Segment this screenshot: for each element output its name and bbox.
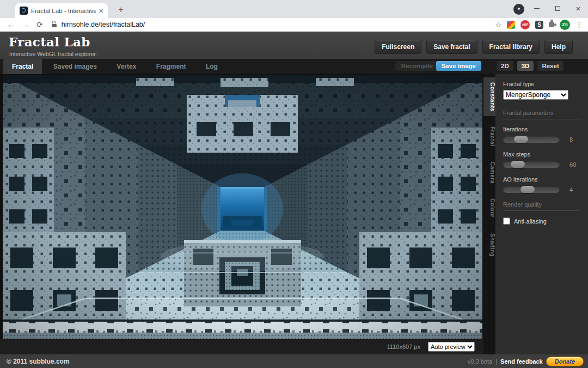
page-title: Fractal Lab xyxy=(9,34,90,49)
fractal-type-select[interactable]: MengerSponge xyxy=(503,90,568,100)
app-header: Fractal Lab Interactive WebGL fractal ex… xyxy=(0,32,588,59)
ao-iterations-label: AO iterations xyxy=(503,176,588,183)
fractal-canvas[interactable]: 1110x607 px Auto preview xyxy=(0,74,483,354)
ao-iterations-slider[interactable] xyxy=(503,186,560,193)
extensions-puzzle-icon[interactable] xyxy=(549,22,554,27)
reset-button[interactable]: Reset xyxy=(537,61,563,71)
tab-saved-images[interactable]: Saved images xyxy=(45,59,106,74)
mode-2d-button[interactable]: 2D xyxy=(497,61,513,71)
media-control-icon[interactable]: ▾ xyxy=(513,4,524,15)
fractal-type-label: Fractal type xyxy=(503,81,588,87)
close-icon: × xyxy=(576,4,581,13)
max-steps-value: 60 xyxy=(569,161,576,168)
tab-log[interactable]: Log xyxy=(197,59,226,74)
iterations-slider-handle[interactable] xyxy=(514,136,528,143)
iterations-value: 8 xyxy=(569,136,573,143)
ao-iterations-value: 4 xyxy=(569,186,573,193)
maximize-icon xyxy=(555,6,560,11)
save-fractal-button[interactable]: Save fractal xyxy=(426,40,477,54)
iterations-control: Iterations 8 xyxy=(503,126,588,144)
mode-3d-button[interactable]: 3D xyxy=(517,61,534,71)
side-tab-camera[interactable]: Camera xyxy=(483,157,495,189)
recompile-button[interactable]: Recompile xyxy=(395,61,439,71)
antialiasing-label: Anti-aliasing xyxy=(514,218,547,225)
antialiasing-checkbox[interactable] xyxy=(503,218,510,225)
browser-menu-icon[interactable]: ⋮ xyxy=(575,21,583,29)
browser-tab[interactable]: Fractal Lab - Interactive WebGL F × xyxy=(15,3,108,18)
settings-panel: Fractal type MengerSponge Fractal parame… xyxy=(495,74,588,354)
browser-tab-title: Fractal Lab - Interactive WebGL F xyxy=(31,8,96,14)
browser-toolbar: ← → ⟳ hirnsohle.de/test/fractalLab/ ☆ AB… xyxy=(0,18,588,32)
iterations-slider[interactable] xyxy=(503,136,560,143)
ao-iterations-control: AO iterations 4 xyxy=(503,176,588,194)
max-steps-slider-handle[interactable] xyxy=(511,161,525,168)
resolution-readout: 1110x607 px xyxy=(387,343,420,350)
extension-s-icon[interactable]: S xyxy=(535,21,543,29)
copyright-text: © 2011 subblue.com xyxy=(7,358,70,365)
profile-avatar[interactable]: Zs xyxy=(560,20,570,30)
ao-iterations-slider-handle[interactable] xyxy=(520,186,535,193)
new-tab-button[interactable]: + xyxy=(114,3,127,16)
max-steps-label: Max steps xyxy=(503,151,588,158)
fractal-library-button[interactable]: Fractal library xyxy=(482,40,540,54)
iterations-label: Iterations xyxy=(503,126,588,132)
fractal-parameters-heading: Fractal parameters xyxy=(503,110,580,119)
render-quality-heading: Render quality xyxy=(503,201,580,211)
preview-mode-select[interactable]: Auto preview xyxy=(428,342,475,352)
page-subtitle: Interactive WebGL fractal explorer. xyxy=(9,51,97,57)
window-maximize-button[interactable] xyxy=(548,0,567,16)
side-tab-colour[interactable]: Colour xyxy=(483,194,495,222)
side-tab-constants[interactable]: Constants xyxy=(483,77,495,116)
forward-icon[interactable]: → xyxy=(22,20,29,29)
footer-separator: | xyxy=(495,358,497,365)
bookmark-star-icon[interactable]: ☆ xyxy=(495,21,501,29)
tab-fractal[interactable]: Fractal xyxy=(3,59,42,74)
save-image-button[interactable]: Save image xyxy=(436,61,481,71)
canvas-status-bar: 1110x607 px Auto preview xyxy=(0,339,483,354)
reload-icon[interactable]: ⟳ xyxy=(36,20,43,29)
padlock-icon[interactable] xyxy=(52,22,57,27)
minimize-icon xyxy=(534,8,540,9)
antialiasing-control: Anti-aliasing xyxy=(503,218,588,225)
footer: © 2011 subblue.com v0.3 beta | Send feed… xyxy=(0,354,588,368)
max-steps-control: Max steps 60 xyxy=(503,151,588,169)
window-close-button[interactable]: × xyxy=(568,0,588,16)
back-icon[interactable]: ← xyxy=(7,20,15,29)
extension-abp-icon[interactable]: ABP xyxy=(520,20,530,29)
side-tab-shading[interactable]: Shading xyxy=(483,228,495,262)
fractal-lab-favicon xyxy=(20,7,28,15)
version-badge: v0.3 beta xyxy=(468,358,492,365)
app-window: Fractal Lab - Interactive WebGL F × + ▾ … xyxy=(0,0,588,368)
url-field[interactable]: hirnsohle.de/test/fractalLab/ xyxy=(62,21,145,28)
tab-close-icon[interactable]: × xyxy=(99,7,103,15)
side-tabstrip: Constants Fractal Camera Colour Shading xyxy=(483,74,495,354)
app-tabbar: Fractal Saved images Vertex Fragment Log… xyxy=(0,59,588,74)
side-tab-fractal[interactable]: Fractal xyxy=(483,122,495,151)
main-area: 1110x607 px Auto preview Constants Fract… xyxy=(0,74,588,354)
window-minimize-button[interactable] xyxy=(527,0,547,16)
max-steps-slider[interactable] xyxy=(503,161,560,168)
tab-vertex[interactable]: Vertex xyxy=(108,59,145,74)
help-button[interactable]: Help xyxy=(544,40,573,54)
donate-button[interactable]: Donate xyxy=(546,357,584,366)
browser-titlebar: Fractal Lab - Interactive WebGL F × + ▾ … xyxy=(0,0,588,18)
fractal-render xyxy=(3,75,482,339)
fullscreen-button[interactable]: Fullscreen xyxy=(375,40,421,54)
send-feedback-link[interactable]: Send feedback xyxy=(500,358,543,365)
extension-image-icon[interactable] xyxy=(507,21,515,29)
tab-fragment[interactable]: Fragment xyxy=(148,59,195,74)
